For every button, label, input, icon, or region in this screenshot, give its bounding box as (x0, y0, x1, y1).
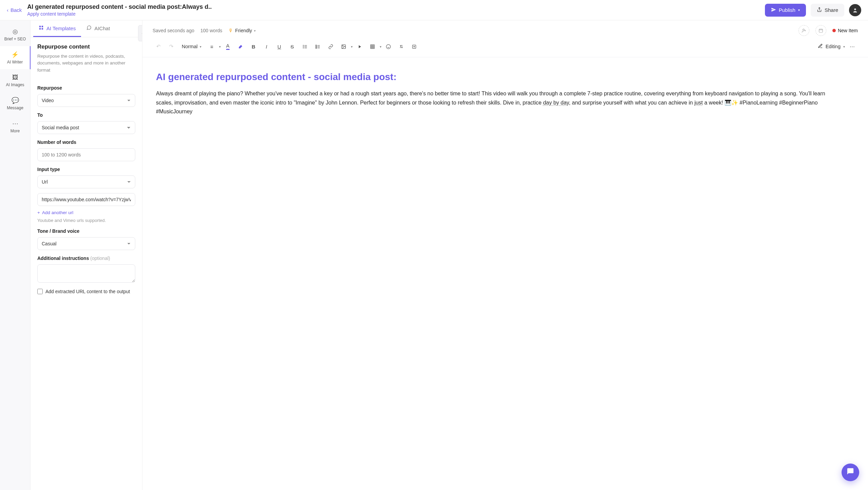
status-dot-icon (832, 29, 836, 32)
extract-url-checkbox[interactable] (37, 289, 43, 294)
to-select[interactable]: Social media post (37, 121, 135, 134)
align-caret[interactable]: ▾ (219, 45, 221, 49)
chevron-down-icon: ▾ (200, 45, 201, 49)
header-actions: Publish ▾ Share (765, 4, 861, 17)
rail-ai-images[interactable]: 🖼 AI Images (0, 69, 30, 92)
bolt-icon: ⚡ (11, 51, 19, 58)
checkbox-label: Add extracted URL content to the output (45, 289, 130, 294)
chevron-down-icon: ▾ (843, 45, 845, 49)
panel-desc: Repurpose the content in videos, podcast… (37, 53, 135, 74)
editor: Saved seconds ago 100 words 🎙 Friendly ▾… (142, 20, 868, 490)
pen-icon (818, 43, 823, 50)
strike-button[interactable]: S (287, 41, 298, 52)
chevron-down-icon: ▾ (798, 8, 800, 12)
svg-point-0 (854, 8, 856, 10)
repurpose-label: Repurpose (37, 85, 135, 91)
collapse-panel-handle[interactable]: ‹ (138, 25, 142, 41)
document-area[interactable]: AI generated repurposed content - social… (142, 57, 868, 490)
rail-brief-seo[interactable]: ◎ Brief + SEO (0, 23, 30, 46)
image-caret[interactable]: ▾ (351, 45, 353, 49)
input-type-select[interactable]: Url (37, 175, 135, 188)
more-toolbar-button[interactable]: ⋯ (846, 41, 858, 52)
bullet-list-button[interactable] (299, 41, 311, 52)
target-icon: ◎ (13, 28, 18, 35)
tone-chip[interactable]: 🎙 Friendly ▾ (229, 28, 256, 33)
svg-point-8 (303, 46, 303, 46)
saved-status: Saved seconds ago (153, 28, 194, 33)
panel-title: Repurpose content (37, 43, 135, 50)
chat-bubble-icon (847, 468, 854, 477)
rail-message[interactable]: 💬 Message (0, 92, 30, 115)
numbered-list-button[interactable]: 123 (312, 41, 324, 52)
rail-label: Brief + SEO (4, 37, 26, 41)
rail-more[interactable]: ⋯ More (0, 115, 30, 138)
chat-icon: 💬 (12, 97, 19, 104)
link-button[interactable] (325, 41, 337, 52)
tab-ai-chat[interactable]: AIChat (81, 20, 115, 37)
table-caret[interactable]: ▾ (380, 45, 381, 49)
add-user-circle[interactable] (798, 25, 809, 36)
number-label: Number of words (37, 139, 135, 145)
url-input[interactable] (37, 193, 135, 206)
to-label: To (37, 112, 135, 118)
share-button[interactable]: Share (811, 4, 844, 17)
tone-select[interactable]: Casual (37, 237, 135, 250)
text-color-button[interactable]: A (222, 41, 234, 52)
number-input[interactable] (37, 148, 135, 161)
share-icon (817, 7, 822, 13)
apply-template-link[interactable]: Apply content template (27, 11, 759, 17)
rail-label: AI Writer (7, 60, 23, 64)
title-group: AI generated repurposed content - social… (27, 3, 759, 17)
svg-point-7 (303, 45, 303, 45)
block-style-select[interactable]: Normal ▾ (178, 44, 205, 49)
insert-button[interactable] (409, 41, 420, 52)
svg-rect-4 (42, 28, 43, 30)
italic-button[interactable]: I (261, 41, 272, 52)
publish-button[interactable]: Publish ▾ (765, 4, 806, 17)
dots-icon: ⋯ (12, 120, 18, 127)
tab-label: AIChat (94, 25, 110, 31)
calendar-circle[interactable] (815, 25, 826, 36)
highlight-button[interactable] (235, 41, 246, 52)
repurpose-select[interactable]: Video (37, 94, 135, 107)
chat-fab[interactable] (842, 464, 859, 481)
new-item-label: New Item (838, 28, 858, 33)
svg-rect-6 (819, 29, 823, 32)
add-another-url[interactable]: + Add another url (37, 210, 135, 215)
url-hint: Youtube and Vimeo urls supported. (37, 218, 135, 223)
undo-button[interactable]: ↶ (153, 41, 164, 52)
new-item[interactable]: New Item (832, 28, 858, 33)
tab-ai-templates[interactable]: AI Templates (33, 20, 81, 37)
doc-title: AI generated repurposed content - social… (156, 71, 841, 83)
underline-button[interactable]: U (274, 41, 285, 52)
align-button[interactable]: ≡ (206, 41, 218, 52)
bold-button[interactable]: B (248, 41, 259, 52)
image-icon: 🖼 (12, 74, 18, 81)
chevron-left-icon: ‹ (7, 7, 8, 13)
image-button[interactable] (338, 41, 350, 52)
redo-button[interactable]: ↷ (165, 41, 177, 52)
clear-format-button[interactable] (396, 41, 407, 52)
table-button[interactable] (367, 41, 378, 52)
tone-label: Tone / Brand voice (37, 228, 135, 234)
svg-rect-1 (39, 26, 41, 27)
rail-label: Message (7, 106, 23, 110)
emoji-button[interactable] (383, 41, 394, 52)
send-icon (771, 7, 776, 13)
avatar[interactable] (849, 4, 861, 16)
video-button[interactable] (354, 41, 366, 52)
rail-label: AI Images (6, 82, 24, 87)
rail-ai-writer[interactable]: ⚡ AI Writer (0, 46, 31, 69)
chat-icon (86, 25, 92, 31)
editing-mode-select[interactable]: Editing ▾ (818, 43, 845, 50)
mic-icon: 🎙 (229, 28, 233, 33)
rail-label: More (11, 129, 20, 133)
share-label: Share (825, 7, 838, 13)
back-button[interactable]: ‹ Back (7, 7, 22, 13)
tone-value: Friendly (235, 28, 252, 33)
sidebar-panel: AI Templates AIChat Repurpose content Re… (31, 20, 142, 490)
extract-url-checkbox-row[interactable]: Add extracted URL content to the output (37, 289, 135, 294)
editing-mode-label: Editing (826, 44, 841, 49)
additional-textarea[interactable] (37, 264, 135, 283)
chevron-down-icon: ▾ (254, 29, 256, 33)
